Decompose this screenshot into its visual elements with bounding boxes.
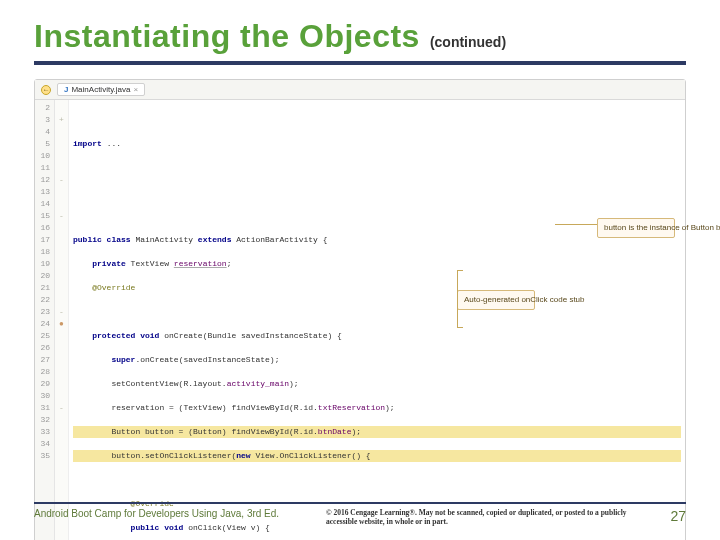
footer-copyright: © 2016 Cengage Learning®. May not be sca…: [326, 508, 644, 526]
slide-subtitle: (continued): [430, 34, 506, 50]
java-file-icon: J: [64, 85, 68, 94]
ide-screenshot: ← J MainActivity.java × 2345101112131415…: [34, 79, 686, 540]
callout-brace: [457, 270, 463, 328]
page-number: 27: [656, 508, 686, 524]
footer-book-title: Android Boot Camp for Developers Using J…: [34, 508, 314, 519]
line-number-gutter: 2345101112131415161718192021222324252627…: [35, 100, 55, 540]
tab-filename: MainActivity.java: [71, 85, 130, 94]
editor-tab[interactable]: J MainActivity.java ×: [57, 83, 145, 96]
editor-body: 2345101112131415161718192021222324252627…: [35, 100, 685, 540]
callout-leader-line: [555, 224, 597, 225]
code-area: import ... public class MainActivity ext…: [69, 100, 685, 540]
fold-gutter: +---●-: [55, 100, 69, 540]
back-arrow-icon[interactable]: ←: [41, 85, 51, 95]
slide-title: Instantiating the Objects: [34, 18, 420, 55]
close-tab-icon[interactable]: ×: [133, 85, 138, 94]
slide-footer: Android Boot Camp for Developers Using J…: [34, 502, 686, 526]
callout-auto-generated: Auto-generated onClick code stub: [457, 290, 535, 310]
title-rule: [34, 61, 686, 65]
editor-tabbar: ← J MainActivity.java ×: [35, 80, 685, 100]
callout-button-instance: button is the instance of Button btnDate: [597, 218, 675, 238]
